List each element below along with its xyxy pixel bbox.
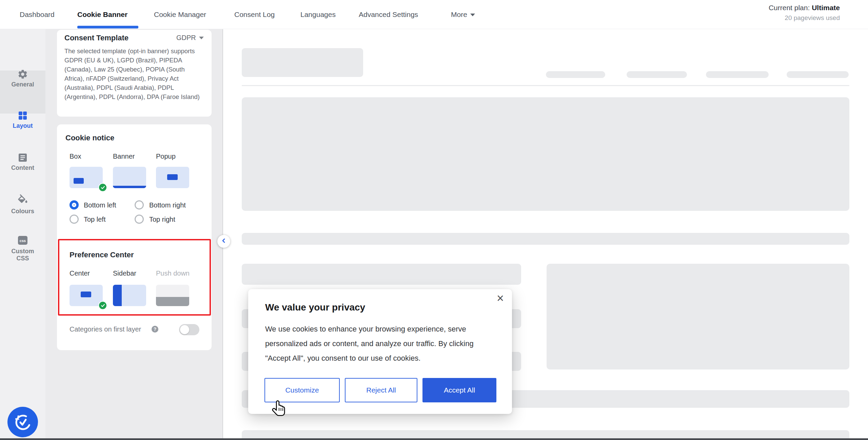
push-down-thumbnail-graphic	[156, 297, 189, 306]
consent-template-selected: GDPR	[176, 34, 196, 42]
close-icon[interactable]: ×	[497, 290, 504, 307]
sidebar-item-label: General	[0, 81, 45, 88]
nav-tab-advanced-settings[interactable]: Advanced Settings	[359, 0, 418, 29]
customize-button[interactable]: Customize	[264, 378, 340, 402]
settings-sidebar: General Layout Content Colours css Custo…	[0, 29, 45, 440]
pref-center-option[interactable]	[70, 285, 103, 306]
sidebar-item-content[interactable]: Content	[0, 152, 45, 172]
sidebar-item-custom-css[interactable]: css Custom CSS	[0, 235, 45, 262]
skeleton-divider	[242, 85, 849, 86]
css-file-icon: css	[17, 242, 29, 247]
cookieyes-logo[interactable]	[7, 407, 38, 437]
layout-settings-panel: Consent Template GDPR The selected templ…	[45, 29, 223, 440]
notice-type-label-popup: Popup	[156, 153, 176, 160]
active-tab-underline	[77, 26, 138, 28]
sidebar-item-label: Content	[0, 164, 45, 172]
pref-label-center: Center	[70, 269, 90, 277]
plan-name: Ultimate	[812, 4, 840, 12]
sidebar-item-general[interactable]: General	[0, 69, 45, 88]
nav-tab-cookie-manager[interactable]: Cookie Manager	[154, 0, 206, 29]
cookie-notice-title: Cookie notice	[65, 134, 114, 142]
pref-label-push-down: Push down	[156, 269, 190, 277]
sidebar-item-label: Custom CSS	[0, 248, 45, 262]
notice-type-box-option[interactable]	[70, 167, 103, 188]
nav-tab-cookie-banner[interactable]: Cookie Banner	[77, 0, 127, 29]
dialog-body-text: We use cookies to enhance your browsing …	[265, 322, 499, 365]
cookie-banner-settings-app: Dashboard Cookie Banner Cookie Manager C…	[0, 0, 868, 440]
nav-tab-more-label: More	[451, 11, 467, 19]
skeleton-nav-item	[546, 71, 605, 78]
skeleton-logo-block	[242, 48, 363, 77]
pref-push-down-option	[156, 285, 189, 306]
box-thumbnail-graphic	[74, 178, 84, 184]
notice-type-popup-option[interactable]	[156, 167, 189, 188]
popup-thumbnail-graphic	[167, 174, 178, 180]
collapse-panel-button[interactable]	[217, 235, 230, 248]
consent-template-card: Consent Template GDPR The selected templ…	[57, 30, 212, 117]
nav-tab-more[interactable]: More	[451, 0, 475, 29]
dialog-title: We value your privacy	[265, 302, 365, 313]
banner-thumbnail-graphic	[113, 186, 146, 188]
categories-first-layer-toggle[interactable]	[179, 324, 199, 335]
skeleton-band	[242, 233, 849, 245]
help-icon[interactable]: ?	[152, 326, 158, 333]
notice-type-label-banner: Banner	[113, 153, 135, 160]
current-plan-text: Current plan: Ultimate	[769, 4, 840, 12]
skeleton-nav-item	[627, 71, 687, 78]
skeleton-side-block	[547, 264, 849, 369]
chevron-down-icon	[199, 37, 204, 39]
document-icon	[17, 158, 28, 164]
consent-template-description: The selected template (opt-in banner) su…	[64, 46, 205, 101]
notice-type-banner-option[interactable]	[113, 167, 146, 188]
sidebar-item-label: Layout	[0, 122, 45, 129]
sidebar-item-layout[interactable]: Layout	[0, 110, 45, 129]
position-radio-top-right[interactable]	[135, 215, 144, 224]
center-thumbnail-graphic	[81, 292, 91, 297]
selected-check-icon	[98, 183, 107, 192]
position-label-bottom-right: Bottom right	[149, 201, 186, 209]
position-radio-top-left[interactable]	[70, 215, 79, 224]
pageviews-used-text: 20 pageviews used	[769, 14, 840, 22]
top-navigation: Dashboard Cookie Banner Cookie Manager C…	[0, 0, 868, 29]
position-radio-bottom-left[interactable]	[70, 200, 79, 209]
chevron-down-icon	[470, 14, 475, 16]
position-label-top-right: Top right	[149, 216, 175, 223]
chevron-left-icon	[221, 238, 226, 245]
pref-sidebar-option[interactable]	[113, 285, 146, 306]
svg-text:css: css	[20, 239, 26, 243]
accept-all-button[interactable]: Accept All	[422, 378, 496, 402]
window-bottom-edge	[0, 438, 868, 440]
nav-tab-consent-log[interactable]: Consent Log	[234, 0, 275, 29]
nav-tab-languages[interactable]: Languages	[300, 0, 336, 29]
consent-template-title: Consent Template	[64, 34, 129, 42]
preference-center-title: Preference Center	[70, 251, 134, 259]
sidebar-item-label: Colours	[0, 208, 45, 215]
position-radio-bottom-right[interactable]	[135, 200, 144, 209]
sidebar-thumbnail-graphic	[113, 285, 122, 306]
selected-check-icon	[98, 301, 107, 310]
skeleton-nav-item	[787, 71, 849, 78]
skeleton-nav-item	[706, 71, 769, 78]
reject-all-button[interactable]: Reject All	[345, 378, 417, 402]
plan-info: Current plan: Ultimate 20 pageviews used	[769, 4, 840, 22]
consent-template-dropdown[interactable]: GDPR	[176, 34, 204, 42]
nav-tab-dashboard[interactable]: Dashboard	[20, 0, 55, 29]
paint-bucket-icon	[17, 202, 29, 207]
cookie-notice-card: Cookie notice Box Banner Popup Bottom le	[57, 124, 212, 350]
position-label-top-left: Top left	[84, 216, 105, 223]
notice-type-label-box: Box	[70, 153, 81, 160]
skeleton-hero-block	[242, 97, 849, 211]
sidebar-item-colours[interactable]: Colours	[0, 194, 45, 215]
toggle-knob	[180, 325, 189, 334]
pref-label-sidebar: Sidebar	[113, 269, 136, 277]
categories-first-layer-label: Categories on first layer	[70, 325, 141, 333]
grid-icon	[17, 116, 28, 122]
skeleton-bar	[242, 264, 521, 285]
position-label-bottom-left: Bottom left	[84, 201, 116, 209]
cookie-consent-dialog: × We value your privacy We use cookies t…	[248, 289, 512, 414]
gear-icon	[17, 75, 28, 81]
